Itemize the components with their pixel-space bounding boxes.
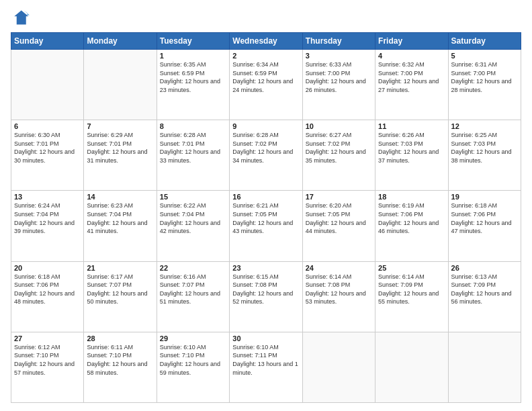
calendar-cell: 17Sunrise: 6:20 AMSunset: 7:05 PMDayligh… — [302, 191, 375, 261]
day-info: Sunrise: 6:35 AMSunset: 6:59 PMDaylight:… — [160, 60, 226, 94]
day-info: Sunrise: 6:33 AMSunset: 7:00 PMDaylight:… — [306, 60, 372, 94]
day-info: Sunrise: 6:16 AMSunset: 7:07 PMDaylight:… — [160, 273, 226, 306]
day-number: 21 — [87, 264, 153, 272]
day-number: 9 — [232, 122, 299, 130]
calendar-cell: 2Sunrise: 6:34 AMSunset: 6:59 PMDaylight… — [230, 50, 302, 120]
calendar-cell: 14Sunrise: 6:23 AMSunset: 7:04 PMDayligh… — [84, 191, 157, 261]
day-info: Sunrise: 6:30 AMSunset: 7:01 PMDaylight:… — [14, 131, 81, 165]
week-row-3: 13Sunrise: 6:24 AMSunset: 7:04 PMDayligh… — [11, 191, 521, 261]
day-number: 18 — [378, 193, 445, 201]
calendar-cell: 12Sunrise: 6:25 AMSunset: 7:03 PMDayligh… — [448, 120, 521, 191]
day-number: 8 — [160, 122, 226, 130]
weekday-header-thursday: Thursday — [302, 33, 375, 50]
day-info: Sunrise: 6:10 AMSunset: 7:11 PMDaylight:… — [232, 343, 299, 377]
calendar-cell — [302, 332, 375, 402]
logo — [11, 8, 32, 27]
calendar-cell: 6Sunrise: 6:30 AMSunset: 7:01 PMDaylight… — [11, 120, 84, 191]
day-number: 30 — [232, 334, 299, 342]
calendar-cell — [11, 50, 84, 120]
day-number: 17 — [306, 193, 372, 201]
day-info: Sunrise: 6:11 AMSunset: 7:10 PMDaylight:… — [87, 343, 153, 377]
day-number: 13 — [14, 193, 81, 201]
weekday-header-saturday: Saturday — [448, 33, 521, 50]
day-info: Sunrise: 6:27 AMSunset: 7:02 PMDaylight:… — [306, 131, 372, 165]
day-info: Sunrise: 6:18 AMSunset: 7:06 PMDaylight:… — [451, 201, 518, 235]
calendar-cell: 21Sunrise: 6:17 AMSunset: 7:07 PMDayligh… — [84, 261, 157, 332]
day-info: Sunrise: 6:23 AMSunset: 7:04 PMDaylight:… — [87, 201, 153, 235]
calendar-cell: 30Sunrise: 6:10 AMSunset: 7:11 PMDayligh… — [230, 332, 302, 402]
header — [11, 8, 521, 27]
day-number: 24 — [306, 264, 372, 272]
calendar-cell: 3Sunrise: 6:33 AMSunset: 7:00 PMDaylight… — [302, 50, 375, 120]
calendar-cell: 16Sunrise: 6:21 AMSunset: 7:05 PMDayligh… — [230, 191, 302, 261]
day-info: Sunrise: 6:17 AMSunset: 7:07 PMDaylight:… — [87, 273, 153, 306]
calendar-cell: 4Sunrise: 6:32 AMSunset: 7:00 PMDaylight… — [375, 50, 448, 120]
svg-marker-0 — [14, 11, 28, 25]
day-info: Sunrise: 6:20 AMSunset: 7:05 PMDaylight:… — [306, 201, 372, 235]
calendar-cell: 25Sunrise: 6:14 AMSunset: 7:09 PMDayligh… — [375, 261, 448, 332]
calendar-cell: 8Sunrise: 6:28 AMSunset: 7:01 PMDaylight… — [157, 120, 229, 191]
calendar-cell: 15Sunrise: 6:22 AMSunset: 7:04 PMDayligh… — [157, 191, 229, 261]
day-info: Sunrise: 6:15 AMSunset: 7:08 PMDaylight:… — [232, 273, 299, 306]
calendar-cell: 19Sunrise: 6:18 AMSunset: 7:06 PMDayligh… — [448, 191, 521, 261]
calendar-cell: 20Sunrise: 6:18 AMSunset: 7:06 PMDayligh… — [11, 261, 84, 332]
week-row-2: 6Sunrise: 6:30 AMSunset: 7:01 PMDaylight… — [11, 120, 521, 191]
calendar-cell: 5Sunrise: 6:31 AMSunset: 7:00 PMDaylight… — [448, 50, 521, 120]
day-info: Sunrise: 6:26 AMSunset: 7:03 PMDaylight:… — [378, 131, 445, 165]
day-number: 4 — [378, 52, 445, 60]
day-info: Sunrise: 6:28 AMSunset: 7:01 PMDaylight:… — [160, 131, 226, 165]
day-info: Sunrise: 6:21 AMSunset: 7:05 PMDaylight:… — [232, 201, 299, 235]
day-number: 27 — [14, 334, 81, 342]
day-number: 11 — [378, 122, 445, 130]
calendar-cell: 26Sunrise: 6:13 AMSunset: 7:09 PMDayligh… — [448, 261, 521, 332]
page: SundayMondayTuesdayWednesdayThursdayFrid… — [0, 0, 532, 411]
day-number: 22 — [160, 264, 226, 272]
day-number: 3 — [306, 52, 372, 60]
calendar-cell — [84, 50, 157, 120]
day-info: Sunrise: 6:13 AMSunset: 7:09 PMDaylight:… — [451, 273, 518, 306]
day-info: Sunrise: 6:10 AMSunset: 7:10 PMDaylight:… — [160, 343, 226, 377]
weekday-header-friday: Friday — [375, 33, 448, 50]
logo-icon — [11, 8, 30, 27]
day-number: 1 — [160, 52, 226, 60]
day-info: Sunrise: 6:19 AMSunset: 7:06 PMDaylight:… — [378, 201, 445, 235]
day-info: Sunrise: 6:22 AMSunset: 7:04 PMDaylight:… — [160, 201, 226, 235]
day-number: 23 — [232, 264, 299, 272]
day-number: 15 — [160, 193, 226, 201]
day-number: 16 — [232, 193, 299, 201]
day-info: Sunrise: 6:18 AMSunset: 7:06 PMDaylight:… — [14, 273, 81, 306]
calendar-cell — [448, 332, 521, 402]
calendar-cell: 22Sunrise: 6:16 AMSunset: 7:07 PMDayligh… — [157, 261, 229, 332]
day-number: 25 — [378, 264, 445, 272]
day-number: 5 — [451, 52, 518, 60]
day-info: Sunrise: 6:14 AMSunset: 7:08 PMDaylight:… — [306, 273, 372, 306]
day-number: 2 — [232, 52, 299, 60]
day-info: Sunrise: 6:32 AMSunset: 7:00 PMDaylight:… — [378, 60, 445, 94]
calendar-cell: 7Sunrise: 6:29 AMSunset: 7:01 PMDaylight… — [84, 120, 157, 191]
calendar-cell: 11Sunrise: 6:26 AMSunset: 7:03 PMDayligh… — [375, 120, 448, 191]
calendar-cell: 10Sunrise: 6:27 AMSunset: 7:02 PMDayligh… — [302, 120, 375, 191]
calendar-cell: 18Sunrise: 6:19 AMSunset: 7:06 PMDayligh… — [375, 191, 448, 261]
day-number: 6 — [14, 122, 81, 130]
day-number: 29 — [160, 334, 226, 342]
day-info: Sunrise: 6:29 AMSunset: 7:01 PMDaylight:… — [87, 131, 153, 165]
weekday-header-row: SundayMondayTuesdayWednesdayThursdayFrid… — [11, 33, 521, 50]
calendar-cell: 9Sunrise: 6:28 AMSunset: 7:02 PMDaylight… — [230, 120, 302, 191]
day-info: Sunrise: 6:25 AMSunset: 7:03 PMDaylight:… — [451, 131, 518, 165]
calendar-cell: 13Sunrise: 6:24 AMSunset: 7:04 PMDayligh… — [11, 191, 84, 261]
day-info: Sunrise: 6:28 AMSunset: 7:02 PMDaylight:… — [232, 131, 299, 165]
day-info: Sunrise: 6:12 AMSunset: 7:10 PMDaylight:… — [14, 343, 81, 377]
calendar-table: SundayMondayTuesdayWednesdayThursdayFrid… — [11, 32, 521, 403]
weekday-header-wednesday: Wednesday — [230, 33, 302, 50]
day-info: Sunrise: 6:14 AMSunset: 7:09 PMDaylight:… — [378, 273, 445, 306]
week-row-5: 27Sunrise: 6:12 AMSunset: 7:10 PMDayligh… — [11, 332, 521, 402]
day-number: 19 — [451, 193, 518, 201]
day-number: 10 — [306, 122, 372, 130]
day-info: Sunrise: 6:31 AMSunset: 7:00 PMDaylight:… — [451, 60, 518, 94]
week-row-4: 20Sunrise: 6:18 AMSunset: 7:06 PMDayligh… — [11, 261, 521, 332]
calendar-cell — [375, 332, 448, 402]
calendar-cell: 29Sunrise: 6:10 AMSunset: 7:10 PMDayligh… — [157, 332, 229, 402]
day-number: 12 — [451, 122, 518, 130]
weekday-header-sunday: Sunday — [11, 33, 84, 50]
weekday-header-monday: Monday — [84, 33, 157, 50]
